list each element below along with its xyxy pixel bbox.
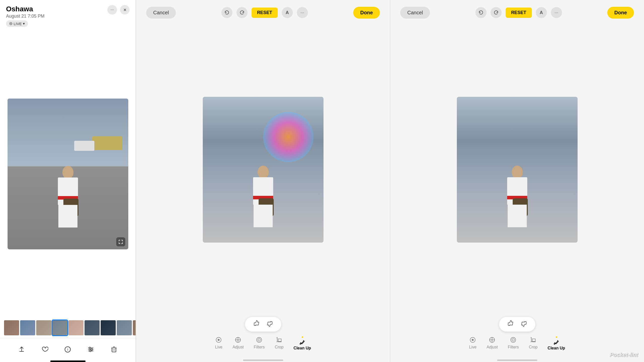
svg-rect-3: [119, 240, 119, 241]
main-photo-area: [0, 30, 136, 318]
live-chevron: ▾: [23, 21, 25, 26]
right-feedback-row: [390, 314, 644, 334]
cleanup-active-dot-r: [556, 336, 557, 338]
center-left-controls: Cancel: [146, 7, 176, 19]
live-icon: [9, 22, 13, 25]
svg-point-1: [10, 23, 11, 24]
thumbnail-2[interactable]: [20, 320, 35, 335]
center-person: [248, 166, 278, 231]
center-thumbs-down-button[interactable]: [266, 320, 273, 329]
live-badge[interactable]: LIVE ▾: [6, 20, 28, 27]
trash-icon: [110, 346, 117, 353]
svg-point-37: [512, 339, 514, 341]
center-feedback-pill: [245, 317, 281, 332]
cleanup-tab-label-r: Clean Up: [548, 346, 565, 350]
center-thumbs-up-button[interactable]: [253, 320, 260, 329]
thumbs-down-icon: [266, 320, 273, 327]
center-photo-frame[interactable]: [203, 97, 324, 243]
filters-tab-label: Filters: [254, 345, 265, 349]
right-thumbs-down-button[interactable]: [520, 320, 527, 329]
svg-point-28: [257, 337, 262, 342]
adjust-tab-icon-r: [489, 336, 496, 343]
thumbnail-3[interactable]: [36, 320, 51, 335]
svg-rect-5: [122, 240, 123, 241]
center-tab-live[interactable]: Live: [215, 336, 222, 349]
center-home-indicator: [136, 359, 390, 362]
svg-point-24: [218, 339, 220, 341]
favorite-button[interactable]: [41, 346, 48, 353]
thumbnail-1[interactable]: [4, 320, 19, 335]
center-edit-panel: Cancel RESET A: [136, 0, 390, 362]
right-redo-button[interactable]: [491, 7, 502, 18]
center-toolbar: RESET A ···: [221, 7, 308, 18]
live-tab-icon: [215, 336, 222, 343]
close-button[interactable]: ✕: [120, 5, 130, 15]
cleanup-active-dot: [302, 336, 303, 338]
center-home-bar: [243, 359, 283, 361]
right-cancel-button[interactable]: Cancel: [400, 7, 430, 19]
center-tab-cleanup[interactable]: Clean Up: [294, 336, 311, 350]
person-head: [62, 166, 73, 178]
more-button[interactable]: ···: [107, 5, 117, 15]
sky-bg: [8, 99, 128, 166]
thumbnail-4[interactable]: [52, 320, 67, 335]
cleanup-tab-icon-r: [553, 339, 560, 346]
right-tab-crop[interactable]: Crop: [529, 336, 538, 349]
thumbnail-6[interactable]: [85, 320, 100, 335]
right-tab-live[interactable]: Live: [469, 336, 476, 349]
photo-scene: [8, 99, 128, 249]
svg-point-15: [89, 347, 91, 349]
car-bg: [92, 136, 122, 150]
thumbnail-7[interactable]: [101, 320, 116, 335]
center-reset-button[interactable]: RESET: [252, 8, 278, 18]
right-photo-frame[interactable]: [457, 97, 578, 243]
thumbnail-5[interactable]: [68, 320, 84, 335]
thumbs-up-icon-r: [507, 320, 514, 327]
info-button[interactable]: i: [64, 346, 71, 353]
center-cancel-button[interactable]: Cancel: [146, 7, 176, 19]
svg-point-29: [258, 339, 260, 341]
right-more-button[interactable]: ···: [551, 7, 562, 18]
filters-tab-icon: [256, 336, 263, 343]
right-edit-panel: Cancel RESET A: [390, 0, 644, 362]
thumbnail-9[interactable]: [133, 320, 136, 335]
adjust-button[interactable]: [87, 346, 94, 353]
center-feedback-row: [136, 314, 390, 334]
center-undo-button[interactable]: [221, 7, 232, 18]
delete-button[interactable]: [110, 346, 117, 353]
thumbnail-8[interactable]: [117, 320, 132, 335]
redo-icon-r: [493, 10, 499, 15]
left-header: Oshawa August 21 7:05 PM LIVE ▾ ··· ✕: [0, 0, 136, 30]
center-tab-adjust[interactable]: Adjust: [232, 336, 244, 349]
right-undo-button[interactable]: [475, 7, 487, 18]
right-photo-area: [390, 25, 644, 314]
right-reset-button[interactable]: RESET: [506, 8, 532, 18]
cleanup-tab-icon: [299, 339, 306, 346]
right-tab-cleanup[interactable]: Clean Up: [548, 336, 565, 350]
right-more-label: ···: [554, 10, 558, 15]
svg-rect-9: [122, 242, 123, 244]
watermark: Pocket-lint: [610, 351, 638, 358]
center-more-button[interactable]: ···: [297, 7, 308, 18]
center-redo-button[interactable]: [236, 7, 248, 18]
center-done-button[interactable]: Done: [353, 7, 380, 19]
center-auto-button[interactable]: A: [282, 7, 293, 18]
cleanup-tab-label: Clean Up: [294, 346, 311, 350]
filters-tab-label-r: Filters: [508, 345, 519, 349]
center-tab-filters[interactable]: Filters: [254, 336, 265, 349]
heart-icon: [41, 346, 48, 353]
svg-point-32: [472, 339, 474, 341]
center-tab-crop[interactable]: Crop: [275, 336, 284, 349]
right-done-button[interactable]: Done: [607, 7, 634, 19]
right-tab-adjust[interactable]: Adjust: [487, 336, 498, 349]
fullscreen-button[interactable]: [116, 237, 125, 246]
adjust-tab-icon: [234, 336, 242, 343]
right-auto-button[interactable]: A: [536, 7, 547, 18]
right-thumbs-up-button[interactable]: [507, 320, 514, 329]
thumbnail-strip: [0, 318, 136, 338]
header-actions: ··· ✕: [107, 5, 130, 15]
share-button[interactable]: [18, 346, 25, 353]
person-head-r: [512, 166, 523, 178]
share-icon: [18, 346, 25, 353]
right-tab-filters[interactable]: Filters: [508, 336, 519, 349]
